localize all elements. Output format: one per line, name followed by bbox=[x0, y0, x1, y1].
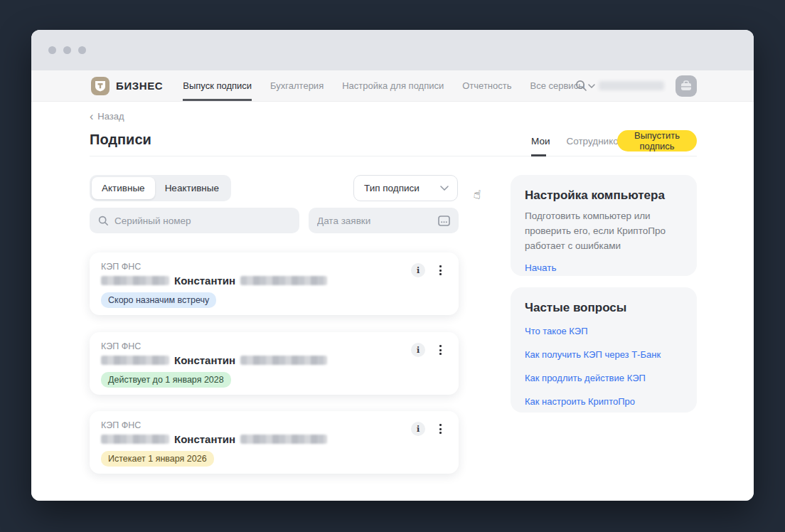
nav-right-group bbox=[575, 70, 697, 101]
status-badge: Истекает 1 января 2026 bbox=[101, 451, 214, 467]
user-name-redacted bbox=[599, 81, 664, 90]
main-menu: Выпуск подписи Бухгалтерия Настройка для… bbox=[183, 70, 595, 101]
surname-redacted bbox=[101, 356, 169, 365]
certificate-card[interactable]: КЭП ФНС Константин Действует до 1 января… bbox=[90, 332, 459, 395]
nav-item-label: Бухгалтерия bbox=[270, 80, 324, 91]
certificate-name-row: Константин bbox=[101, 354, 447, 366]
kebab-menu-icon[interactable] bbox=[438, 422, 443, 435]
window-titlebar bbox=[31, 30, 754, 70]
faq-link-what-is-kep[interactable]: Что такое КЭП bbox=[525, 326, 683, 336]
page-title: Подписи bbox=[90, 132, 151, 148]
faq-link-setup-cryptopro[interactable]: Как настроить КриптоПро bbox=[525, 396, 683, 407]
nav-item-accounting[interactable]: Бухгалтерия bbox=[270, 70, 324, 101]
back-link[interactable]: ‹ Назад bbox=[90, 111, 124, 122]
serial-number-input[interactable] bbox=[114, 216, 291, 226]
kebab-menu-icon[interactable] bbox=[438, 264, 443, 277]
certificate-first-name: Константин bbox=[174, 275, 235, 287]
select-value: Тип подписи bbox=[364, 183, 420, 193]
owner-tabs: Мои Сотрудников bbox=[531, 136, 624, 147]
card-actions: i bbox=[411, 263, 443, 277]
faq-links: Что такое КЭП Как получить КЭП через Т-Б… bbox=[525, 326, 683, 407]
start-link[interactable]: Начать bbox=[525, 262, 556, 273]
certificate-card[interactable]: КЭП ФНС Константин Скоро назначим встреч… bbox=[90, 252, 459, 315]
nav-item-signature-issue[interactable]: Выпуск подписи bbox=[183, 70, 252, 101]
faq-link-get-kep[interactable]: Как получить КЭП через Т-Банк bbox=[525, 349, 683, 360]
nav-item-label: Отчетность bbox=[462, 80, 511, 91]
window-control-dot[interactable] bbox=[48, 46, 56, 54]
page-content: ‹ Назад Подписи Мои Сотрудников Выпустит… bbox=[31, 102, 754, 501]
profile-avatar[interactable] bbox=[675, 75, 697, 97]
brand-logo[interactable]: БИЗНЕС bbox=[91, 77, 163, 95]
header-divider bbox=[90, 156, 697, 156]
filter-inactive[interactable]: Неактивные bbox=[155, 177, 229, 199]
tab-employees[interactable]: Сотрудников bbox=[566, 136, 623, 147]
nav-item-signature-setup[interactable]: Настройка для подписи bbox=[342, 70, 444, 101]
certificate-first-name: Константин bbox=[174, 433, 235, 445]
top-nav: БИЗНЕС Выпуск подписи Бухгалтерия Настро… bbox=[31, 70, 754, 102]
surname-redacted bbox=[101, 276, 169, 285]
info-icon[interactable]: i bbox=[411, 263, 425, 277]
tbank-shield-icon bbox=[91, 77, 110, 95]
hand-cursor-icon: ☝ bbox=[473, 186, 482, 202]
status-filter-segmented: Активные Неактивные bbox=[90, 175, 231, 201]
certificate-type: КЭП ФНС bbox=[101, 262, 447, 272]
window-control-dot[interactable] bbox=[63, 46, 71, 54]
faq-card: Частые вопросы Что такое КЭП Как получит… bbox=[511, 287, 697, 413]
faq-card-title: Частые вопросы bbox=[525, 301, 683, 315]
chevron-down-icon bbox=[440, 186, 449, 191]
window-control-dot[interactable] bbox=[78, 46, 86, 54]
back-label: Назад bbox=[97, 111, 124, 122]
certificate-name-row: Константин bbox=[101, 433, 447, 445]
nav-item-reporting[interactable]: Отчетность bbox=[462, 70, 511, 101]
card-actions: i bbox=[411, 422, 443, 436]
application-date-input[interactable] bbox=[317, 216, 432, 226]
certificate-first-name: Константин bbox=[174, 354, 235, 366]
card-actions: i bbox=[411, 343, 443, 357]
briefcase-icon bbox=[680, 80, 692, 91]
nav-item-label: Выпуск подписи bbox=[183, 80, 252, 91]
serial-number-field bbox=[90, 208, 299, 233]
surname-redacted bbox=[101, 435, 169, 444]
issue-signature-button[interactable]: Выпустить подпись bbox=[617, 130, 697, 151]
certificate-card[interactable]: КЭП ФНС Константин Истекает 1 января 202… bbox=[90, 411, 459, 474]
signature-type-select[interactable]: Тип подписи bbox=[353, 175, 458, 201]
status-badge: Действует до 1 января 2028 bbox=[101, 372, 231, 388]
certificate-type: КЭП ФНС bbox=[101, 341, 447, 351]
patronymic-redacted bbox=[240, 435, 327, 444]
app-window: БИЗНЕС Выпуск подписи Бухгалтерия Настро… bbox=[31, 30, 754, 501]
kebab-menu-icon[interactable] bbox=[438, 344, 443, 356]
info-icon[interactable]: i bbox=[411, 422, 425, 436]
chevron-left-icon: ‹ bbox=[90, 112, 93, 121]
application-date-field bbox=[309, 208, 459, 233]
nav-item-label: Настройка для подписи bbox=[342, 80, 444, 91]
calendar-icon[interactable] bbox=[438, 216, 450, 226]
search-icon[interactable] bbox=[575, 80, 587, 92]
search-icon bbox=[98, 216, 109, 226]
tab-my[interactable]: Мои bbox=[531, 136, 550, 147]
computer-setup-card: Настройка компьютера Подготовить компьют… bbox=[511, 175, 697, 276]
setup-card-title: Настройка компьютера bbox=[525, 188, 683, 203]
patronymic-redacted bbox=[240, 356, 327, 365]
status-badge: Скоро назначим встречу bbox=[101, 292, 216, 308]
info-icon[interactable]: i bbox=[411, 343, 425, 357]
brand-name: БИЗНЕС bbox=[116, 80, 163, 92]
certificate-type: КЭП ФНС bbox=[101, 420, 447, 430]
patronymic-redacted bbox=[240, 276, 327, 285]
active-tab-underline bbox=[531, 154, 546, 156]
certificate-name-row: Константин bbox=[101, 275, 447, 287]
setup-card-body: Подготовить компьютер или проверить его,… bbox=[525, 209, 683, 254]
faq-link-extend-kep[interactable]: Как продлить действие КЭП bbox=[525, 373, 683, 383]
filter-active[interactable]: Активные bbox=[92, 177, 155, 199]
